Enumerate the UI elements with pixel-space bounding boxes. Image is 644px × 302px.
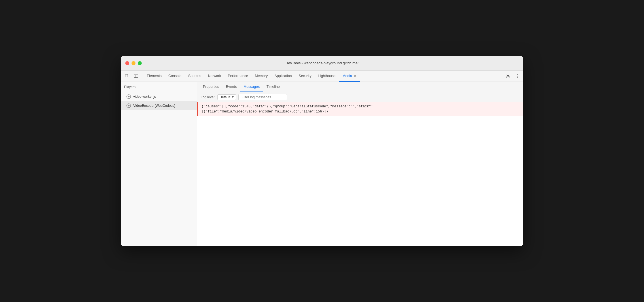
gear-icon [506, 74, 510, 78]
maximize-button[interactable] [138, 61, 142, 65]
devtools-window: DevTools - webcodecs-playground.glitch.m… [121, 56, 523, 246]
device-toggle-button[interactable] [132, 72, 140, 80]
sidebar-item-label: video-worker.js [133, 95, 156, 99]
minimize-button[interactable] [132, 61, 135, 65]
close-button[interactable] [125, 61, 129, 65]
tab-elements[interactable]: Elements [143, 71, 165, 82]
inspect-icon [125, 74, 129, 78]
device-icon [134, 74, 138, 78]
log-entry-text: {"causes":[],"code":1543,"data":{},"grou… [202, 105, 373, 114]
sidebar-item-label: VideoEncoder(WebCodecs) [133, 104, 175, 108]
sidebar-item-video-worker[interactable]: video-worker.js [121, 92, 197, 101]
sidebar-item-video-encoder[interactable]: VideoEncoder(WebCodecs) [121, 101, 197, 110]
toolbar-icons [123, 72, 140, 80]
svg-marker-6 [128, 96, 130, 97]
sidebar: Players video-worker.js VideoEn [121, 82, 197, 246]
tab-network[interactable]: Network [205, 71, 224, 82]
more-button[interactable]: ⋮ [513, 72, 521, 80]
log-entry: {"causes":[],"code":1543,"data":{},"grou… [197, 102, 523, 116]
svg-rect-0 [125, 74, 128, 77]
sub-tabs: Properties Events Messages Timeline [197, 82, 523, 92]
log-content: {"causes":[],"code":1543,"data":{},"grou… [197, 102, 523, 246]
tab-console[interactable]: Console [165, 71, 185, 82]
play-icon [126, 103, 131, 108]
window-title: DevTools - webcodecs-playground.glitch.m… [285, 61, 359, 65]
main-content: Players video-worker.js VideoEn [121, 82, 523, 246]
log-level-value: Default [219, 95, 230, 99]
tab-sources[interactable]: Sources [185, 71, 205, 82]
svg-marker-8 [128, 105, 130, 107]
tab-memory[interactable]: Memory [251, 71, 271, 82]
log-controls: Log level: Default ▼ [197, 92, 523, 102]
nav-tabs: Elements Console Sources Network Perform… [143, 71, 504, 82]
log-level-select[interactable]: Default ▼ [217, 94, 236, 100]
sub-tab-events[interactable]: Events [223, 82, 240, 92]
settings-button[interactable] [504, 72, 512, 80]
tab-application[interactable]: Application [271, 71, 295, 82]
more-icon: ⋮ [515, 73, 519, 79]
sidebar-header: Players [121, 82, 197, 92]
tab-media-close[interactable]: ✕ [354, 75, 356, 78]
log-level-label: Log level: [201, 95, 215, 99]
title-bar: DevTools - webcodecs-playground.glitch.m… [121, 56, 523, 71]
sub-tab-timeline[interactable]: Timeline [263, 82, 283, 92]
toolbar-actions: ⋮ [504, 72, 521, 80]
tab-security[interactable]: Security [295, 71, 315, 82]
play-icon [126, 94, 131, 99]
sub-tab-messages[interactable]: Messages [240, 82, 263, 92]
svg-point-4 [507, 75, 509, 77]
traffic-lights [125, 61, 142, 65]
inspect-element-button[interactable] [123, 72, 131, 80]
tab-media[interactable]: Media ✕ [339, 71, 360, 82]
dropdown-icon: ▼ [231, 95, 234, 99]
svg-rect-2 [134, 75, 138, 78]
toolbar: Elements Console Sources Network Perform… [121, 71, 523, 82]
tab-performance[interactable]: Performance [224, 71, 252, 82]
sub-tab-properties[interactable]: Properties [200, 82, 223, 92]
filter-input[interactable] [238, 94, 287, 100]
right-panel: Properties Events Messages Timeline Log … [197, 82, 523, 246]
tab-lighthouse[interactable]: Lighthouse [315, 71, 339, 82]
